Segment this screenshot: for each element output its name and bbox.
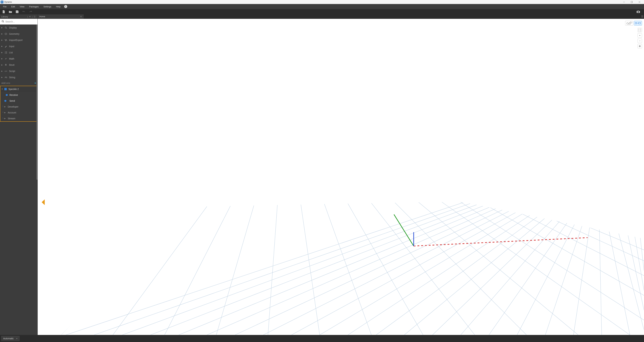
- library-item-label: String: [9, 76, 36, 79]
- library-searchbox[interactable]: [0, 19, 38, 24]
- library-item-input[interactable]: ▶ Input: [0, 43, 38, 49]
- chevron-right-icon: ▶: [1, 64, 3, 66]
- library-item-label: ImportExport: [9, 39, 36, 41]
- add-package-button[interactable]: +: [34, 81, 36, 85]
- speckle-highlight-box: ▼ Speckle 2 Receive Send: [0, 86, 38, 122]
- pan-button[interactable]: [638, 44, 642, 48]
- y-axis: [394, 214, 414, 246]
- close-tab-icon[interactable]: ✕: [80, 15, 82, 18]
- zoom-controls: + −: [638, 28, 642, 48]
- new-file-button[interactable]: [1, 9, 6, 14]
- tab-home[interactable]: Home ✕: [38, 14, 84, 19]
- library-item-label: Revit: [9, 64, 36, 66]
- library-item-label: Geometry: [9, 32, 36, 35]
- menu-packages[interactable]: Packages: [27, 4, 41, 9]
- maximize-button[interactable]: [628, 0, 636, 4]
- library-scrollbar[interactable]: [36, 24, 38, 180]
- menu-settings[interactable]: Settings: [41, 4, 54, 9]
- svg-line-21: [150, 205, 484, 335]
- chevron-right-icon: ▶: [1, 27, 3, 28]
- addon-sub-developer[interactable]: └ ▶ Developer: [0, 104, 37, 110]
- library-item-list[interactable]: ▶ List: [0, 49, 38, 56]
- library-list-icon[interactable]: ☰: [33, 15, 36, 18]
- search-input[interactable]: [6, 20, 36, 23]
- svg-rect-1: [631, 1, 632, 3]
- tree-line-icon: └: [2, 111, 4, 114]
- library-title: Library: [1, 15, 8, 18]
- chevron-right-icon: ▶: [4, 106, 6, 108]
- menu-help[interactable]: Help: [54, 4, 63, 9]
- menu-edit[interactable]: Edit: [9, 4, 17, 9]
- library-item-revit[interactable]: ▶ R Revit: [0, 62, 38, 68]
- save-button[interactable]: [15, 9, 20, 14]
- library-item-display[interactable]: ▶ Display: [0, 24, 38, 31]
- info-icon[interactable]: !: [64, 5, 67, 8]
- svg-line-41: [634, 235, 644, 291]
- svg-line-22: [179, 207, 491, 335]
- menu-view[interactable]: View: [17, 4, 27, 9]
- panel-collapse-handle[interactable]: [42, 199, 45, 205]
- tabbar: Home ✕ ☰: [38, 14, 644, 19]
- zoom-out-button[interactable]: −: [638, 39, 642, 43]
- library-sort-icon[interactable]: ▼: [28, 15, 32, 18]
- svg-line-38: [609, 229, 630, 335]
- tab-overflow-icon[interactable]: ☰: [641, 14, 644, 19]
- svg-point-9: [5, 27, 6, 28]
- text-icon: Ab: [4, 76, 8, 79]
- addon-sub-stream[interactable]: └ ▶ Stream: [0, 115, 37, 121]
- svg-line-58: [536, 211, 644, 261]
- svg-line-33: [489, 220, 569, 335]
- svg-line-54: [442, 202, 630, 335]
- library-filter-icon[interactable]: |: [27, 15, 28, 18]
- fit-view-button[interactable]: [638, 28, 642, 32]
- addons-title: Add-ons: [1, 82, 10, 84]
- chevron-right-icon: ▶: [1, 58, 3, 60]
- undo-button[interactable]: [22, 9, 26, 14]
- library-item-geometry[interactable]: ▶ Geometry: [0, 31, 38, 37]
- camera-button[interactable]: [636, 9, 641, 14]
- view-graph-button[interactable]: [634, 21, 642, 25]
- addon-child-label: Send: [10, 100, 15, 102]
- svg-line-19: [94, 203, 470, 335]
- view-3d-geometry-button[interactable]: [625, 21, 633, 25]
- cube-icon: [4, 33, 8, 35]
- minimize-button[interactable]: [620, 0, 628, 4]
- library-item-math[interactable]: ▶ x² Math: [0, 56, 38, 62]
- redo-button[interactable]: [28, 9, 33, 14]
- svg-line-45: [164, 206, 230, 335]
- library-panel: Library | ▼ | ☰ ▶ Display: [0, 14, 38, 335]
- addon-node-send[interactable]: Send: [0, 98, 37, 104]
- svg-line-42: [640, 237, 644, 271]
- svg-line-23: [207, 208, 498, 335]
- view-toggle-group: [625, 21, 642, 25]
- menu-file[interactable]: File: [1, 4, 9, 9]
- open-file-button[interactable]: [8, 9, 13, 14]
- library-item-script[interactable]: ▶ </> Script: [0, 68, 38, 74]
- close-button[interactable]: [636, 0, 643, 4]
- library-item-label: List: [9, 51, 36, 54]
- svg-line-46: [216, 205, 254, 335]
- addon-sub-account[interactable]: └ ▶ Account: [0, 110, 37, 115]
- graph-canvas[interactable]: + −: [38, 19, 644, 335]
- titlebar: R Dynamo: [0, 0, 644, 4]
- library-item-label: Script: [9, 70, 36, 72]
- addon-node-receive[interactable]: Receive: [0, 92, 37, 98]
- addon-speckle2[interactable]: ▼ Speckle 2: [0, 86, 37, 92]
- run-mode-dropdown[interactable]: Automatic ▼: [1, 336, 20, 341]
- svg-line-26: [292, 210, 519, 335]
- library-item-importexport[interactable]: ▶ ImportExport: [0, 37, 38, 43]
- svg-line-48: [301, 204, 320, 335]
- library-item-string[interactable]: ▶ Ab String: [0, 74, 38, 80]
- tree-line-icon: └: [2, 105, 4, 108]
- library-list: ▶ Display ▶ Geometry ▶ ImportExport ▶: [0, 24, 38, 335]
- svg-line-27: [320, 211, 526, 335]
- svg-line-47: [268, 205, 277, 335]
- library-item-label: Math: [9, 57, 36, 60]
- zoom-in-button[interactable]: +: [638, 33, 642, 38]
- svg-point-6: [638, 11, 639, 12]
- x-axis: [414, 238, 588, 246]
- addon-sub-label: Account: [8, 111, 16, 114]
- tab-label: Home: [39, 15, 45, 18]
- chevron-right-icon: ▶: [4, 112, 6, 113]
- pencil-icon: [4, 45, 8, 47]
